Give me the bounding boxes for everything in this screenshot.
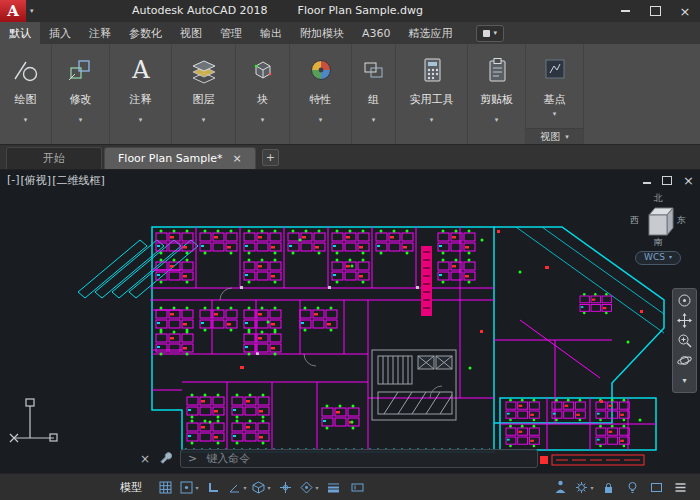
lock-ui-icon[interactable]	[597, 477, 620, 497]
command-customize-wrench-icon[interactable]	[158, 449, 172, 468]
isometric-drafting-icon[interactable]: ▾	[250, 477, 273, 497]
panel-utilities-button[interactable]: 实用工具 ▾	[396, 44, 468, 144]
panel-draw-button[interactable]: 绘图 ▾	[0, 44, 52, 144]
zoom-icon[interactable]	[675, 331, 694, 350]
ribbon-tab-manage[interactable]: 管理	[211, 22, 251, 44]
lineweight-icon[interactable]	[322, 477, 345, 497]
workspace-gear-icon[interactable]: ▾	[573, 477, 596, 497]
window-controls: ×	[610, 0, 700, 22]
groups-icon	[360, 50, 388, 90]
ribbon-tab-featured-apps[interactable]: 精选应用	[400, 22, 462, 44]
calculator-icon	[417, 50, 447, 90]
panel-groups-button[interactable]: 组 ▾	[352, 44, 396, 144]
ribbon-tab-output[interactable]: 输出	[251, 22, 291, 44]
ribbon: 绘图 ▾ 修改 ▾ A 注释 ▾ 图层	[0, 44, 700, 145]
app-menu-caret-icon[interactable]: ▾	[30, 7, 34, 15]
panel-modify-button[interactable]: 修改 ▾	[52, 44, 110, 144]
drawing-close-icon[interactable]: ×	[683, 174, 694, 187]
isolate-objects-icon[interactable]	[621, 477, 644, 497]
ribbon-options-button[interactable]: ▾	[476, 25, 505, 42]
object-snap-tracking-icon[interactable]	[274, 477, 297, 497]
orbit-icon[interactable]	[675, 351, 694, 370]
panel-label: 注释	[130, 92, 152, 107]
plus-icon: +	[266, 151, 275, 164]
customization-icon[interactable]	[669, 477, 692, 497]
panel-label[interactable]: 基点	[544, 92, 566, 107]
object-snap-icon[interactable]: ▾	[298, 477, 321, 497]
clean-screen-icon[interactable]	[645, 477, 668, 497]
grid-display-icon[interactable]	[154, 477, 177, 497]
chevron-down-icon: ▾	[139, 116, 143, 124]
close-button[interactable]: ×	[670, 0, 700, 22]
base-view-icon[interactable]	[540, 50, 570, 90]
command-close-button[interactable]: ×	[140, 453, 150, 465]
command-input-bar[interactable]: >	[180, 449, 538, 468]
ribbon-tab-default[interactable]: 默认	[0, 22, 40, 44]
autocad-window: A ▾ Autodesk AutoCAD 2018 Floor Plan Sam…	[0, 0, 700, 500]
annotation-monitor-icon[interactable]	[549, 477, 572, 497]
panel-view: 基点 ▾ 视图 ▾	[526, 44, 584, 144]
panel-clipboard-button[interactable]: 剪贴板 ▾	[468, 44, 526, 144]
clipboard-icon	[482, 50, 512, 90]
file-tab-label: 开始	[43, 151, 65, 166]
maximize-icon	[650, 6, 661, 16]
modify-tools-icon	[66, 50, 96, 90]
viewcube-east-label[interactable]: 东	[677, 216, 686, 226]
viewcube-south-label[interactable]: 南	[626, 238, 690, 248]
svg-text:A: A	[131, 56, 150, 84]
dynamic-input-icon[interactable]	[346, 477, 369, 497]
view-panel-caption[interactable]: 视图 ▾	[526, 128, 583, 144]
drawing-restore-icon[interactable]	[662, 176, 672, 185]
viewcube-west-label[interactable]: 西	[630, 216, 639, 226]
minimize-button[interactable]	[610, 0, 640, 22]
snap-mode-icon[interactable]: ▾	[178, 477, 201, 497]
polar-tracking-icon[interactable]: ▾	[226, 477, 249, 497]
chevron-down-icon: ▾	[319, 116, 323, 124]
wcs-menu-button[interactable]: WCS ▾	[635, 251, 681, 265]
chevron-down-icon: ▾	[669, 254, 672, 261]
chevron-down-icon: ▾	[590, 484, 593, 491]
panel-label: 修改	[70, 92, 92, 107]
panel-annotate-button[interactable]: A 注释 ▾	[110, 44, 172, 144]
file-tab-start[interactable]: 开始	[6, 147, 102, 169]
viewcube[interactable]: 北 西 东 南 WCS ▾	[626, 194, 690, 265]
navbar-more-button[interactable]: ▾	[675, 371, 694, 390]
viewport-label: [-] [俯视] [二维线框]	[7, 173, 105, 188]
panel-properties-button[interactable]: 特性 ▾	[290, 44, 352, 144]
ortho-mode-icon[interactable]	[202, 477, 225, 497]
properties-wheel-icon	[306, 50, 336, 90]
file-tab-floor-plan[interactable]: Floor Plan Sample* ×	[104, 147, 256, 169]
file-tab-bar: 开始 Floor Plan Sample* × +	[0, 145, 700, 170]
model-space-button[interactable]: 模型	[112, 480, 150, 495]
ribbon-tab-a360[interactable]: A360	[353, 22, 400, 44]
chevron-down-icon: ▾	[565, 133, 569, 141]
ribbon-tab-view[interactable]: 视图	[171, 22, 211, 44]
ribbon-tab-addins[interactable]: 附加模块	[291, 22, 353, 44]
viewcube-north-label[interactable]: 北	[626, 194, 690, 204]
viewport-controls-menu[interactable]: [-]	[7, 173, 20, 188]
viewport-view-menu[interactable]: [俯视]	[21, 173, 52, 188]
status-bar: 模型 ▾ ▾ ▾ ▾	[0, 473, 700, 500]
title-bar: A ▾ Autodesk AutoCAD 2018 Floor Plan Sam…	[0, 0, 700, 22]
chevron-down-icon: ▾	[243, 484, 246, 491]
pan-icon[interactable]	[675, 311, 694, 330]
drawing-minimize-icon[interactable]	[643, 182, 651, 184]
ribbon-tab-parametric[interactable]: 参数化	[120, 22, 171, 44]
panel-layers-button[interactable]: 图层 ▾	[172, 44, 236, 144]
maximize-button[interactable]	[640, 0, 670, 22]
viewport-style-menu[interactable]: [二维线框]	[52, 173, 105, 188]
model-space-viewport[interactable]: [-] [俯视] [二维线框] × 北 西 东 南 WC	[0, 170, 700, 473]
panel-block-button[interactable]: 块 ▾	[236, 44, 290, 144]
ribbon-tab-insert[interactable]: 插入	[40, 22, 80, 44]
app-menu-button[interactable]: A	[0, 0, 26, 22]
new-tab-button[interactable]: +	[262, 149, 279, 166]
chevron-down-icon: ▾	[79, 116, 83, 124]
chevron-down-icon: ▾	[495, 116, 499, 124]
viewcube-cube-icon[interactable]	[641, 204, 675, 238]
navigation-wheel-icon[interactable]	[675, 291, 694, 310]
panel-label: 组	[368, 92, 379, 107]
ribbon-tab-annotate[interactable]: 注释	[80, 22, 120, 44]
draw-tools-icon	[11, 50, 41, 90]
command-input[interactable]	[204, 451, 530, 466]
file-tab-close-icon[interactable]: ×	[233, 153, 242, 164]
